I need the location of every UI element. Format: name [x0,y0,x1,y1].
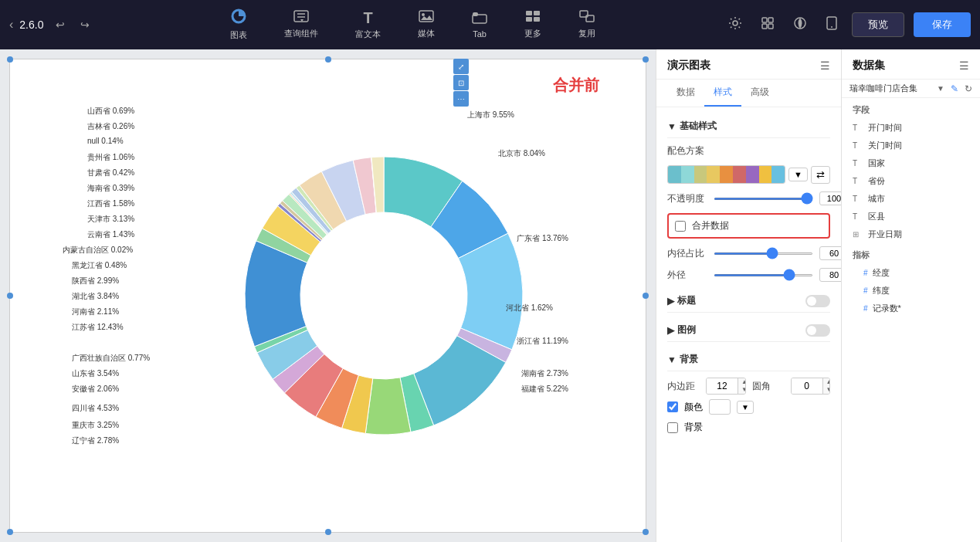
toolbar-item-media[interactable]: 媒体 [412,7,441,42]
panel-content: ▼ 基础样式 配色方案 [656,107,841,542]
field-label-guanmen: 关门时间 [868,140,902,151]
panel-title: 演示图表 [667,59,710,73]
metric-icon-weidu: # [863,286,868,295]
palette-preview [667,165,785,184]
merge-data-checkbox[interactable] [675,221,686,232]
version-label: 2.6.0 [19,19,43,31]
dataset-edit-btn[interactable]: ✎ [951,83,958,94]
tab-icon [472,12,487,28]
color-row: 颜色 ▼ [667,399,830,415]
toolbar-history: ↩ ↪ [49,15,96,34]
save-button[interactable]: 保存 [914,12,971,37]
svg-rect-10 [534,11,540,15]
field-icon-T: T [853,124,863,132]
field-list: T 开门时间 T 关门时间 T 国家 T 省份 T 城市 T 区县 [842,119,980,243]
tab-style[interactable]: 样式 [704,80,741,107]
color-checkbox[interactable] [667,401,678,412]
toolbar-item-query[interactable]: 查询组件 [278,7,324,42]
radius-arrows: ▲ ▼ [822,378,831,394]
component-icon[interactable] [756,12,779,38]
dataset-refresh-btn[interactable]: ↻ [965,83,972,94]
toolbar-item-tab[interactable]: Tab [466,8,493,42]
outer-input[interactable] [819,268,841,282]
chart-label: 图表 [230,29,247,41]
label-shaanxi: 陕西省 2.99% [72,276,119,286]
base-style-header[interactable]: ▼ 基础样式 [667,115,830,138]
inner-ratio-input[interactable] [819,246,841,260]
label-yunnan: 云南省 1.43% [87,229,134,240]
legend-section-header[interactable]: ▶ 图例 [667,319,830,342]
theme-icon[interactable] [788,12,812,38]
radius-down[interactable]: ▼ [823,386,831,394]
padding-down[interactable]: ▼ [738,386,746,394]
padding-input[interactable] [707,378,738,394]
settings-icon[interactable] [724,12,747,38]
panel-tabs: 数据 样式 高级 [656,80,841,107]
radius-up[interactable]: ▲ [823,378,831,386]
label-jilin: 吉林省 0.26% [87,121,134,132]
color-swatch[interactable] [709,399,731,415]
radius-input[interactable] [792,378,822,394]
field-label-shengfen: 省份 [868,175,885,187]
tab-label: Tab [473,29,487,39]
outer-slider[interactable] [714,274,813,276]
field-kaiyer: ⊞ 开业日期 [853,225,969,243]
canvas-tool-dots[interactable]: ⋯ [453,91,469,107]
label-tianjin: 天津市 3.13% [87,214,134,225]
color-scheme-row: 配色方案 [667,144,830,158]
opacity-input[interactable] [819,191,841,205]
toolbar-item-chart[interactable]: 图表 [224,5,253,44]
field-label-kaimen: 开门时间 [868,122,902,134]
opacity-label: 不透明度 [667,192,707,205]
label-guangxi: 广西壮族自治区 0.77% [72,353,150,364]
opacity-slider[interactable] [714,198,813,200]
title-section: ▶ 标题 [667,290,830,313]
palette-swap-btn[interactable]: ⇄ [811,166,830,184]
tab-advanced[interactable]: 高级 [741,80,778,107]
dataset-menu-icon[interactable]: ☰ [959,59,969,72]
padding-radius-row: 内边距 ▲ ▼ 圆角 ▲ ▼ [667,378,830,395]
radius-input-box: ▲ ▼ [791,378,831,395]
back-icon[interactable]: ‹ [9,18,13,32]
title-toggle[interactable] [805,295,830,307]
title-section-header[interactable]: ▶ 标题 [667,290,830,313]
padding-up[interactable]: ▲ [738,378,746,386]
outer-label: 外径 [667,269,707,282]
toolbar-item-more[interactable]: 更多 [518,7,548,42]
metric-jilu: # 记录数* [853,300,969,317]
swatch-3 [694,166,707,183]
inner-ratio-label: 内径占比 [667,247,707,260]
right-panel: 演示图表 ☰ 数据 样式 高级 ▼ 基础样式 配色方案 [656,49,841,542]
reuse-label: 复用 [578,28,595,39]
background-section: ▼ 背景 内边距 ▲ ▼ 圆角 [667,348,830,434]
color-dropdown[interactable]: ▼ [737,401,754,414]
panel-menu-icon[interactable]: ☰ [820,59,830,72]
bg-checkbox[interactable] [667,422,678,433]
dataset-dropdown-btn[interactable]: ▼ [937,84,944,93]
inner-ratio-slider[interactable] [714,252,813,255]
background-section-header[interactable]: ▼ 背景 [667,348,830,371]
redo-button[interactable]: ↪ [74,15,96,34]
device-icon[interactable] [821,12,843,38]
label-null: null 0.14% [87,137,124,145]
opacity-row: 不透明度 % [667,191,830,205]
undo-button[interactable]: ↩ [49,15,71,34]
legend-toggle[interactable] [805,324,830,337]
legend-toggle-knob [807,326,816,335]
preview-button[interactable]: 预览 [852,12,904,37]
tab-data[interactable]: 数据 [667,80,704,107]
palette-dropdown-btn[interactable]: ▼ [788,168,808,181]
color-label: 颜色 [684,401,703,414]
opacity-value-box: % [819,191,841,205]
canvas-tools: ⤢ ⊡ ⋯ [453,59,469,107]
outer-row: 外径 % [667,268,830,282]
toolbar-item-text[interactable]: T 富文本 [349,6,387,43]
swatch-9 [771,166,785,183]
base-style-title: ▼ 基础样式 [667,120,717,133]
dataset-title: 数据集 [853,59,885,73]
canvas-tool-grid[interactable]: ⊡ [453,75,469,90]
label-liaoning: 辽宁省 2.78% [72,435,119,446]
canvas-tool-expand[interactable]: ⤢ [453,59,469,74]
toolbar-item-reuse[interactable]: 复用 [572,7,602,42]
base-style-section: ▼ 基础样式 配色方案 [667,115,830,282]
